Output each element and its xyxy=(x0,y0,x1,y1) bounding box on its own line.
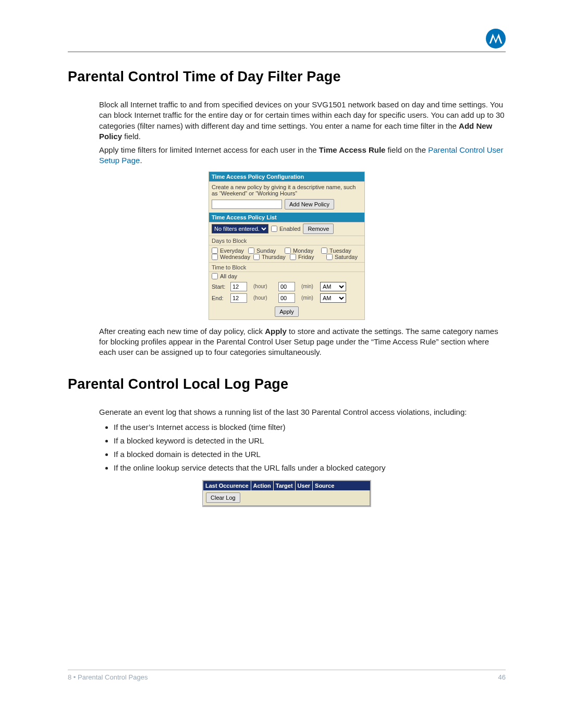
start-min-input[interactable] xyxy=(278,282,295,291)
time-to-block-label: Time to Block xyxy=(209,262,364,272)
section-title-tod: Parental Control Time of Day Filter Page xyxy=(68,69,506,85)
day-opt-friday[interactable]: Friday xyxy=(290,254,323,260)
end-min-input[interactable] xyxy=(278,293,295,303)
min-unit: (min) xyxy=(301,283,318,289)
allday-checkbox-label[interactable]: All day xyxy=(212,273,362,279)
allday-checkbox[interactable] xyxy=(212,273,218,279)
end-time-row: End: (hour) (min) AM xyxy=(209,292,364,304)
end-label: End: xyxy=(212,295,228,301)
footer-right: 46 xyxy=(498,673,506,681)
enabled-checkbox[interactable] xyxy=(271,226,277,232)
log-bullet-2: If a blocked keyword is detected in the … xyxy=(114,436,506,446)
start-label: Start: xyxy=(212,283,228,290)
footer-left: 8 • Parental Control Pages xyxy=(68,673,148,681)
enabled-checkbox-label[interactable]: Enabled xyxy=(271,226,300,232)
day-opt-everyday[interactable]: Everyday xyxy=(212,248,245,254)
motorola-logo xyxy=(486,29,506,48)
hour-unit: (hour) xyxy=(253,283,270,289)
day-opt-wednesday[interactable]: Wednesday xyxy=(212,254,250,260)
log-bullet-list: If the user’s Internet access is blocked… xyxy=(99,422,506,474)
checkbox-saturday[interactable] xyxy=(326,254,333,260)
col-action: Action xyxy=(251,481,274,490)
checkbox-everyday[interactable] xyxy=(212,248,218,254)
checkbox-wednesday[interactable] xyxy=(212,254,218,260)
end-hour-input[interactable] xyxy=(230,293,247,303)
col-user: User xyxy=(296,481,313,490)
time-access-panel: Time Access Policy Configuration Create … xyxy=(209,171,365,320)
checkbox-tuesday[interactable] xyxy=(321,248,327,254)
tod-paragraph-3: After creating each new time of day poli… xyxy=(99,326,506,358)
start-hour-input[interactable] xyxy=(230,282,247,291)
col-last-occurence: Last Occurence xyxy=(203,481,251,490)
log-table-header: Last Occurence Action Target User Source xyxy=(203,481,370,490)
checkbox-friday[interactable] xyxy=(290,254,296,260)
header-rule xyxy=(68,52,506,52)
tod-paragraph-2: Apply time filters for limited Internet … xyxy=(99,145,506,166)
allday-label-text: All day xyxy=(220,273,237,279)
day-opt-thursday[interactable]: Thursday xyxy=(253,254,287,260)
enabled-label-text: Enabled xyxy=(279,226,300,232)
checkbox-sunday[interactable] xyxy=(248,248,254,254)
log-bullet-4: If the online lookup service detects tha… xyxy=(114,463,506,473)
min-unit: (min) xyxy=(301,295,318,301)
end-ampm-select[interactable]: AM xyxy=(320,293,346,303)
start-ampm-select[interactable]: AM xyxy=(320,282,346,291)
day-opt-monday[interactable]: Monday xyxy=(285,248,318,254)
text: After creating each new time of day poli… xyxy=(99,327,265,336)
bold-apply: Apply xyxy=(265,327,287,336)
day-opt-sunday[interactable]: Sunday xyxy=(248,248,282,254)
page-footer: 8 • Parental Control Pages 46 xyxy=(68,670,506,681)
log-bullet-1: If the user’s Internet access is blocked… xyxy=(114,422,506,433)
log-bullet-3: If a blocked domain is detected in the U… xyxy=(114,449,506,460)
checkbox-monday[interactable] xyxy=(285,248,291,254)
clear-log-button[interactable]: Clear Log xyxy=(206,492,240,503)
text: field on the xyxy=(385,145,428,154)
config-hint-text: Create a new policy by giving it a descr… xyxy=(212,184,362,196)
days-to-block-label: Days to Block xyxy=(209,236,364,245)
col-target: Target xyxy=(274,481,296,490)
text: Apply time filters for limited Internet … xyxy=(99,145,319,154)
text: . xyxy=(140,156,142,165)
log-intro: Generate an event log that shows a runni… xyxy=(99,407,506,417)
filter-select[interactable]: No filters entered. xyxy=(212,224,268,233)
day-opt-tuesday[interactable]: Tuesday xyxy=(321,248,354,254)
start-time-row: Start: (hour) (min) AM xyxy=(209,281,364,292)
day-opt-saturday[interactable]: Saturday xyxy=(326,254,360,260)
add-new-policy-button[interactable]: Add New Policy xyxy=(285,199,334,209)
svg-point-0 xyxy=(486,29,505,48)
remove-button[interactable]: Remove xyxy=(303,224,334,234)
hour-unit: (hour) xyxy=(253,295,270,301)
panel-header-config: Time Access Policy Configuration xyxy=(209,172,364,182)
section-title-log: Parental Control Local Log Page xyxy=(68,376,506,392)
days-checkbox-row: Everyday Sunday Monday Tuesday Wednesday… xyxy=(209,245,364,262)
text: Block all Internet traffic to and from s… xyxy=(99,100,505,130)
new-policy-input[interactable] xyxy=(212,200,282,209)
text: field. xyxy=(122,132,141,141)
bold-time-access-rule: Time Access Rule xyxy=(319,145,386,154)
tod-paragraph-1: Block all Internet traffic to and from s… xyxy=(99,100,506,142)
apply-button[interactable]: Apply xyxy=(275,306,299,317)
panel-header-list: Time Access Policy List xyxy=(209,213,364,223)
log-table-panel: Last Occurence Action Target User Source… xyxy=(202,480,371,507)
checkbox-thursday[interactable] xyxy=(253,254,260,260)
col-source: Source xyxy=(313,481,336,490)
